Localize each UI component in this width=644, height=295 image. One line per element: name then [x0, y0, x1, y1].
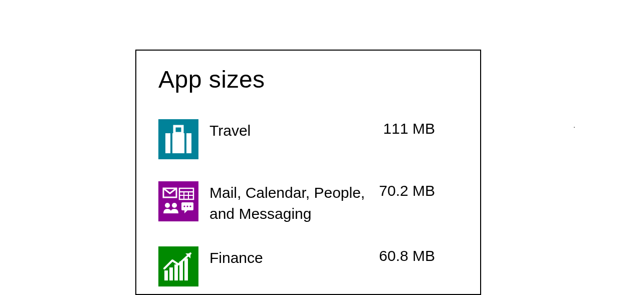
svg-point-10 — [165, 203, 170, 208]
svg-rect-1 — [165, 133, 170, 153]
svg-point-14 — [183, 205, 185, 207]
app-size: 70.2 MB — [370, 181, 435, 199]
svg-point-11 — [172, 203, 177, 208]
app-size: 60.8 MB — [370, 246, 435, 264]
svg-rect-2 — [172, 133, 184, 153]
chart-up-icon — [158, 246, 198, 286]
app-list: Travel 111 MB — [158, 119, 458, 286]
mail-calendar-people-messaging-icon — [158, 181, 198, 221]
svg-rect-3 — [186, 133, 191, 153]
svg-rect-17 — [164, 270, 168, 280]
app-row-finance[interactable]: Finance 60.8 MB — [158, 246, 458, 286]
svg-marker-13 — [184, 209, 188, 213]
svg-point-16 — [189, 205, 191, 207]
svg-rect-19 — [174, 264, 178, 280]
app-row-travel[interactable]: Travel 111 MB — [158, 119, 458, 159]
svg-point-15 — [186, 205, 188, 207]
svg-rect-5 — [179, 188, 193, 199]
stray-dot: . — [573, 121, 575, 129]
app-row-mail[interactable]: Mail, Calendar, People, and Messaging 70… — [158, 181, 458, 224]
svg-rect-18 — [169, 267, 173, 280]
app-name: Travel — [209, 119, 370, 141]
suitcase-icon — [158, 119, 198, 159]
app-name: Mail, Calendar, People, and Messaging — [209, 181, 370, 224]
app-sizes-panel: App sizes Travel 111 MB — [135, 50, 481, 295]
panel-title: App sizes — [158, 66, 458, 93]
app-size: 111 MB — [370, 119, 435, 137]
app-name: Finance — [209, 246, 370, 268]
svg-rect-0 — [174, 126, 182, 133]
svg-rect-21 — [184, 258, 188, 280]
